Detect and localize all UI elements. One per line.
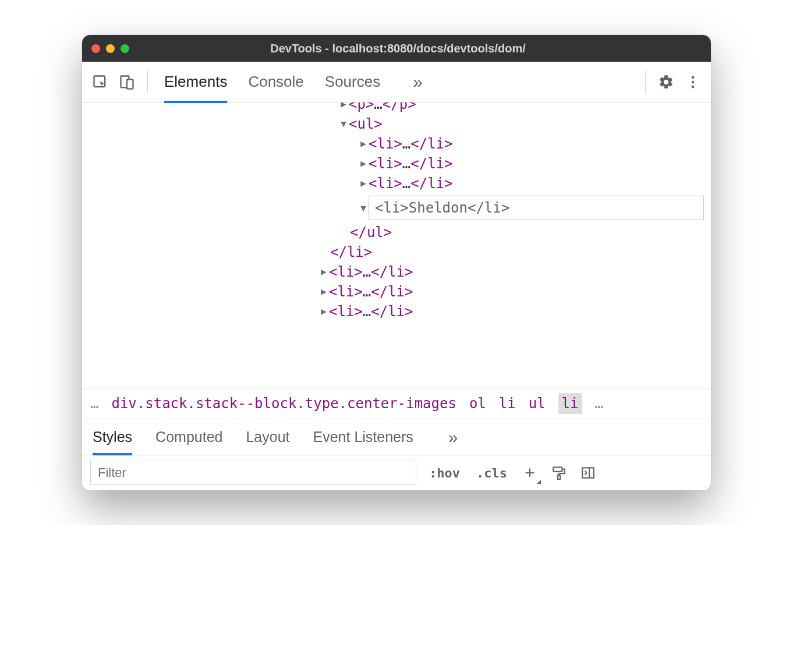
separator (147, 70, 148, 94)
main-toolbar: Elements Console Sources » (82, 62, 711, 102)
tab-console[interactable]: Console (248, 61, 303, 102)
dom-tag[interactable]: </li> (371, 262, 413, 282)
dom-tree[interactable]: ▶ <p>…</p> ▼ <ul> ▶ <li>…</li> ▶ <li>…</… (82, 102, 711, 388)
svg-rect-6 (553, 467, 562, 472)
ellipsis: … (374, 102, 382, 114)
sidebar-toggle-icon[interactable] (578, 463, 598, 483)
subtab-computed[interactable]: Computed (155, 419, 222, 455)
ellipsis: … (402, 134, 410, 154)
more-tabs-icon[interactable]: » (401, 72, 423, 92)
breadcrumb-item[interactable]: ul (529, 395, 546, 412)
new-style-rule-button[interactable]: + (520, 463, 540, 483)
paint-roller-icon[interactable] (549, 463, 569, 483)
ellipsis: … (363, 302, 371, 321)
dom-breadcrumbs: … div.stack.stack--block.type.center-ima… (82, 388, 711, 419)
svg-rect-8 (582, 468, 594, 478)
ellipsis: … (363, 262, 371, 282)
dom-tag[interactable]: </li> (371, 282, 413, 302)
window-title: DevTools - localhost:8080/docs/devtools/… (129, 42, 702, 55)
minimize-window-button[interactable] (106, 44, 115, 53)
hover-toggle-button[interactable]: :hov (426, 466, 463, 480)
class-toggle-button[interactable]: .cls (473, 466, 511, 480)
svg-rect-7 (558, 475, 560, 479)
inspect-element-icon[interactable] (88, 70, 112, 94)
panel-tabs: Elements Console Sources » (156, 61, 423, 102)
kebab-menu-icon[interactable] (681, 70, 705, 94)
expand-toggle-icon[interactable]: ▶ (358, 174, 369, 193)
settings-icon[interactable] (654, 70, 678, 94)
styles-toolbar: :hov .cls + (82, 455, 711, 490)
subtab-styles[interactable]: Styles (93, 419, 132, 455)
subtab-event-listeners[interactable]: Event Listeners (313, 419, 413, 455)
dom-edit-input[interactable]: <li>Sheldon</li> (369, 196, 704, 220)
svg-point-4 (692, 80, 695, 83)
dom-tag-ul-open[interactable]: <ul> (349, 114, 383, 134)
dom-tag[interactable]: </li> (410, 174, 452, 193)
subtab-layout[interactable]: Layout (246, 419, 289, 455)
titlebar: DevTools - localhost:8080/docs/devtools/… (82, 35, 711, 62)
dom-tag[interactable]: <li> (369, 134, 402, 154)
svg-point-3 (692, 76, 695, 79)
expand-toggle-icon[interactable]: ▶ (358, 154, 369, 174)
dom-tag[interactable]: <li> (329, 282, 363, 302)
dom-tag-li-close[interactable]: </li> (330, 242, 372, 262)
tab-elements[interactable]: Elements (164, 61, 227, 102)
dom-tag-ul-close[interactable]: </ul> (350, 222, 392, 242)
styles-subtabs: Styles Computed Layout Event Listeners » (82, 419, 711, 455)
styles-filter-input[interactable] (90, 461, 416, 485)
breadcrumb-item[interactable]: ol (469, 395, 486, 412)
ellipsis: … (402, 174, 410, 193)
more-subtabs-icon[interactable]: » (437, 427, 458, 447)
svg-point-5 (692, 85, 695, 88)
breadcrumb-item-selected[interactable]: li (558, 393, 582, 414)
expand-toggle-icon[interactable]: ▶ (358, 134, 369, 154)
traffic-lights (91, 44, 129, 53)
dom-tag[interactable]: </li> (410, 134, 452, 154)
tab-sources[interactable]: Sources (325, 61, 380, 102)
dom-tag[interactable]: <li> (329, 302, 363, 321)
dom-tag[interactable]: <li> (369, 174, 402, 193)
dom-tag[interactable]: <li> (329, 262, 363, 282)
dom-tag[interactable]: </li> (410, 154, 452, 174)
breadcrumb-overflow-right[interactable]: … (595, 395, 603, 412)
breadcrumb-item[interactable]: div.stack.stack--block.type.center-image… (111, 395, 456, 412)
ellipsis: … (363, 282, 371, 302)
close-window-button[interactable] (91, 44, 100, 53)
zoom-window-button[interactable] (121, 44, 129, 53)
device-toggle-icon[interactable] (115, 70, 139, 94)
svg-rect-2 (127, 79, 133, 89)
separator (645, 70, 646, 94)
collapse-toggle-icon[interactable]: ▼ (338, 114, 349, 134)
plus-icon: + (525, 463, 535, 483)
expand-toggle-icon[interactable]: ▶ (338, 102, 349, 114)
dom-tag[interactable]: <li> (369, 154, 402, 174)
expand-toggle-icon[interactable]: ▶ (318, 262, 329, 282)
dom-tag[interactable]: </li> (371, 302, 413, 321)
edit-value: <li>Sheldon</li> (375, 200, 509, 216)
dom-tag[interactable]: </p> (383, 102, 416, 114)
collapse-toggle-icon[interactable]: ▼ (358, 203, 369, 214)
dom-tag[interactable]: <p> (349, 102, 374, 114)
devtools-window: DevTools - localhost:8080/docs/devtools/… (82, 35, 711, 490)
breadcrumb-item[interactable]: li (499, 395, 516, 412)
breadcrumb-overflow-left[interactable]: … (90, 395, 98, 412)
expand-toggle-icon[interactable]: ▶ (318, 302, 329, 321)
expand-toggle-icon[interactable]: ▶ (318, 282, 329, 302)
ellipsis: … (402, 154, 410, 174)
